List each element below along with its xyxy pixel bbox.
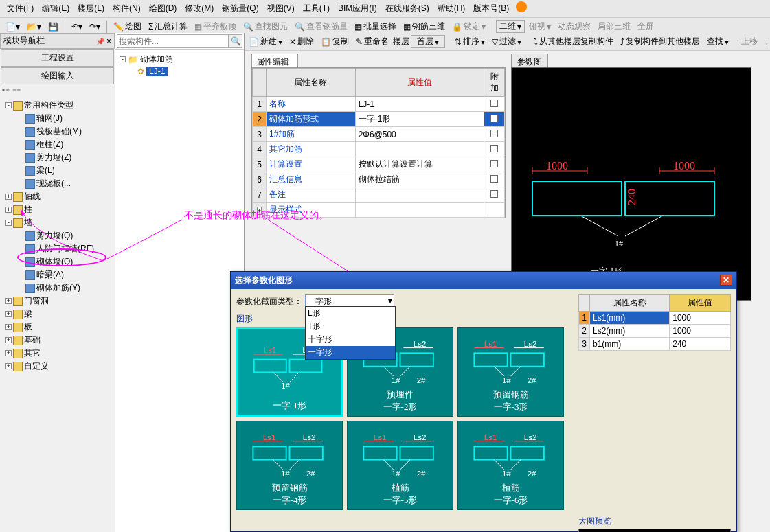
- menu-bim[interactable]: BIM应用(I): [334, 1, 381, 16]
- tree-node[interactable]: -墙: [0, 216, 115, 229]
- tree-node[interactable]: +门窗洞: [0, 294, 115, 308]
- menu-modify[interactable]: 修改(M): [181, 1, 218, 16]
- tree-node[interactable]: 筏板基础(M): [0, 125, 115, 138]
- copy-button[interactable]: 📋复制: [318, 34, 352, 49]
- tree-node[interactable]: 框柱(Z): [0, 138, 115, 151]
- rebar-qty-button[interactable]: 🔍 查看钢筋量: [292, 19, 350, 34]
- new-button[interactable]: 📄新建▾: [246, 34, 285, 49]
- tree-node[interactable]: +轴线: [0, 190, 115, 203]
- dropdown-option[interactable]: L形: [306, 307, 395, 320]
- rename-button[interactable]: ✎重命名: [353, 34, 392, 49]
- move-up-button[interactable]: ↑上移: [733, 34, 760, 49]
- dropdown-option[interactable]: 十字形: [306, 333, 395, 346]
- close-icon[interactable]: ✕: [720, 275, 732, 286]
- dynamic-view-button[interactable]: 动态观察: [555, 19, 593, 34]
- shape-tile[interactable]: Ls1 Ls2 1# 2# 预留钢筋一字-4形: [236, 421, 343, 510]
- svg-line-71: [511, 460, 521, 470]
- comp-item[interactable]: ✿ LJ-1: [118, 66, 241, 77]
- layout-button[interactable]: 俯视▾: [526, 19, 554, 34]
- tree-node[interactable]: +基础: [0, 334, 115, 347]
- pin-icon[interactable]: 📌: [96, 38, 104, 45]
- floor-combo[interactable]: 首层 ▾: [411, 35, 445, 48]
- open-button[interactable]: 📂▾: [24, 21, 44, 33]
- tree-node[interactable]: 梁(L): [0, 164, 115, 177]
- property-row[interactable]: 7备注: [253, 187, 505, 203]
- undo-button[interactable]: ↶▾: [69, 21, 85, 33]
- svg-text:1#: 1#: [281, 469, 290, 478]
- menu-tools[interactable]: 工具(T): [299, 1, 334, 16]
- svg-text:2#: 2#: [528, 375, 536, 384]
- tree-node[interactable]: +自定义: [0, 360, 115, 373]
- search-button[interactable]: 🔍: [229, 34, 242, 48]
- sum-button[interactable]: Σ 汇总计算: [146, 19, 190, 34]
- menu-help[interactable]: 帮助(H): [433, 1, 470, 16]
- tree-node[interactable]: -常用构件类型: [0, 99, 115, 112]
- save-button[interactable]: 💾: [45, 21, 61, 33]
- property-row[interactable]: 1名称LJ-1: [253, 97, 505, 112]
- rebar-3d-button[interactable]: ▦ 钢筋三维: [400, 19, 448, 34]
- flatten-button[interactable]: ▦ 平齐板顶: [192, 19, 239, 34]
- property-row[interactable]: 2砌体加筋形式一字-1形: [253, 112, 505, 127]
- svg-line-12: [625, 216, 663, 236]
- draw-button[interactable]: ✏️绘图: [111, 19, 144, 34]
- property-row[interactable]: 5计算设置按默认计算设置计算: [253, 157, 505, 172]
- sort-button[interactable]: ⇅排序▾: [452, 34, 488, 49]
- tab-project-settings[interactable]: 工程设置: [1, 49, 114, 67]
- view-2d-combo[interactable]: 二维 ▾: [496, 20, 525, 33]
- dropdown-option[interactable]: 一字形: [306, 346, 395, 359]
- local-3d-button[interactable]: 局部三维: [595, 19, 633, 34]
- filter-button[interactable]: ▽过滤▾: [489, 34, 524, 49]
- close-panel-icon[interactable]: ×: [106, 36, 111, 46]
- new-file-button[interactable]: 📄▾: [3, 21, 23, 33]
- svg-text:2#: 2#: [417, 469, 426, 478]
- tree-node[interactable]: 轴网(J): [0, 112, 115, 125]
- dropdown-option[interactable]: T形: [306, 320, 395, 333]
- menu-view[interactable]: 视图(V): [263, 1, 299, 16]
- shape-tile[interactable]: Ls1 Ls2 1# 2# 植筋一字-6形: [457, 421, 564, 510]
- dialog-titlebar[interactable]: 选择参数化图形 ✕: [231, 272, 736, 289]
- menu-floor[interactable]: 楼层(L): [73, 1, 109, 16]
- tree-node[interactable]: 暗梁(A): [0, 268, 115, 281]
- menu-edit[interactable]: 编辑(E): [38, 1, 73, 16]
- menu-rebar[interactable]: 钢筋量(Q): [218, 1, 262, 16]
- collapse-icon[interactable]: ⁻⁻: [12, 86, 21, 96]
- tree-node[interactable]: 砌体墙(Q): [0, 255, 115, 268]
- menu-draw[interactable]: 绘图(D): [145, 1, 181, 16]
- tree-node[interactable]: 剪力墙(Q): [0, 229, 115, 242]
- move-down-button[interactable]: ↓下移: [762, 34, 770, 49]
- menu-online[interactable]: 在线服务(S): [381, 1, 433, 16]
- tab-draw-input[interactable]: 绘图输入: [1, 67, 114, 84]
- tree-node[interactable]: +柱: [0, 203, 115, 216]
- tree-node[interactable]: 现浇板(...: [0, 177, 115, 190]
- dialog-property-row[interactable]: 2Ls2(mm)1000: [579, 325, 731, 338]
- menu-file[interactable]: 文件(F): [3, 1, 38, 16]
- shape-tile[interactable]: Ls1 Ls2 1# 2# 预留钢筋一字-3形: [457, 327, 564, 417]
- property-row[interactable]: 31#加筋2Φ6@500: [253, 127, 505, 142]
- comp-root[interactable]: - 📁 砌体加筋: [118, 53, 241, 66]
- tree-node[interactable]: 剪力墙(Z): [0, 151, 115, 164]
- batch-select-button[interactable]: ▦ 批量选择: [352, 19, 399, 34]
- copy-to-button[interactable]: ⤴复制构件到其他楼层: [618, 34, 703, 49]
- delete-button[interactable]: ✕删除: [286, 34, 317, 49]
- tree-node[interactable]: 砌体加筋(Y): [0, 281, 115, 294]
- tree-node[interactable]: 人防门框墙(RF): [0, 242, 115, 255]
- property-row[interactable]: 6汇总信息砌体拉结筋: [253, 172, 505, 187]
- find-comp-button[interactable]: 查找▾: [704, 34, 732, 49]
- tree-node[interactable]: +其它: [0, 347, 115, 360]
- menu-component[interactable]: 构件(N): [109, 1, 145, 16]
- dialog-property-row[interactable]: 3b1(mm)240: [579, 338, 731, 351]
- lock-button[interactable]: 🔒 锁定▾: [449, 19, 488, 34]
- find-button[interactable]: 🔍 查找图元: [240, 19, 291, 34]
- tree-node[interactable]: +板: [0, 321, 115, 334]
- menu-version[interactable]: 版本号(B): [469, 1, 513, 16]
- copy-from-button[interactable]: ⤵从其他楼层复制构件: [531, 34, 616, 49]
- tree-node[interactable]: +梁: [0, 308, 115, 321]
- property-row[interactable]: 4其它加筋: [253, 142, 505, 157]
- shape-tile[interactable]: Ls1 Ls2 1# 2# 植筋一字-5形: [347, 421, 453, 510]
- type-combo[interactable]: 一字形▾ L形 T形 十字形 一字形: [305, 294, 394, 309]
- expand-icon[interactable]: ⁺⁺: [1, 86, 10, 96]
- redo-button[interactable]: ↷▾: [87, 21, 103, 33]
- dialog-property-row[interactable]: 1Ls1(mm)1000: [579, 312, 731, 325]
- search-input[interactable]: [117, 34, 229, 48]
- fullscreen-button[interactable]: 全屏: [635, 19, 657, 34]
